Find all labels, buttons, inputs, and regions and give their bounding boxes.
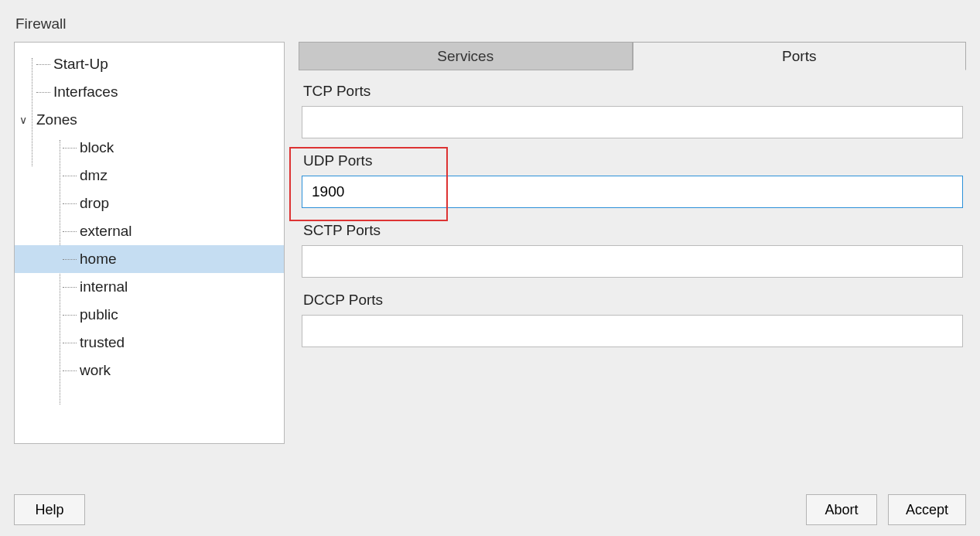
sctp-ports-label: SCTP Ports <box>303 222 963 239</box>
tree-item-label: work <box>80 362 111 379</box>
tab-ports[interactable]: Ports <box>633 42 967 70</box>
help-button[interactable]: Help <box>14 494 85 525</box>
tree-item-internal[interactable]: internal <box>15 273 284 301</box>
tree-item-home[interactable]: home <box>15 245 284 273</box>
chevron-down-icon[interactable]: ∨ <box>19 114 33 126</box>
page-title: Firewall <box>15 15 966 32</box>
tree-item-label: dmz <box>80 167 108 184</box>
tree-item-label: internal <box>80 278 128 295</box>
tree-item-label: home <box>80 251 117 268</box>
udp-ports-input[interactable] <box>302 176 963 208</box>
ports-panel: TCP Ports UDP Ports SCTP Ports DCCP Port… <box>299 70 966 361</box>
tree-item-label: Start-Up <box>53 56 108 73</box>
tree-item-interfaces[interactable]: Interfaces <box>15 78 284 106</box>
tree-item-startup[interactable]: Start-Up <box>15 50 284 78</box>
tree-item-drop[interactable]: drop <box>15 189 284 217</box>
tree-item-external[interactable]: external <box>15 217 284 245</box>
tree-item-work[interactable]: work <box>15 357 284 384</box>
tree-item-label: trusted <box>80 334 125 351</box>
tree-item-public[interactable]: public <box>15 301 284 329</box>
tree-item-zones[interactable]: ∨ Zones <box>15 106 284 134</box>
dccp-ports-input[interactable] <box>302 315 963 347</box>
tree-item-label: drop <box>80 195 109 212</box>
tree-item-label: Interfaces <box>53 84 118 101</box>
tab-bar: Services Ports <box>299 42 966 70</box>
tree-item-label: external <box>80 223 132 240</box>
tcp-ports-input[interactable] <box>302 106 963 138</box>
tree-item-label: public <box>80 306 118 323</box>
navigation-tree: Start-Up Interfaces ∨ Zones block dmz dr… <box>14 42 285 444</box>
tree-item-trusted[interactable]: trusted <box>15 329 284 357</box>
tree-item-dmz[interactable]: dmz <box>15 162 284 189</box>
abort-button[interactable]: Abort <box>806 494 877 525</box>
dccp-ports-label: DCCP Ports <box>303 292 963 309</box>
accept-button[interactable]: Accept <box>888 494 966 525</box>
sctp-ports-input[interactable] <box>302 245 963 278</box>
udp-ports-label: UDP Ports <box>303 152 963 169</box>
tab-services[interactable]: Services <box>299 42 633 70</box>
tree-item-block[interactable]: block <box>15 134 284 162</box>
tree-item-label: block <box>80 139 114 156</box>
tcp-ports-label: TCP Ports <box>303 83 963 100</box>
tree-item-label: Zones <box>36 111 77 128</box>
